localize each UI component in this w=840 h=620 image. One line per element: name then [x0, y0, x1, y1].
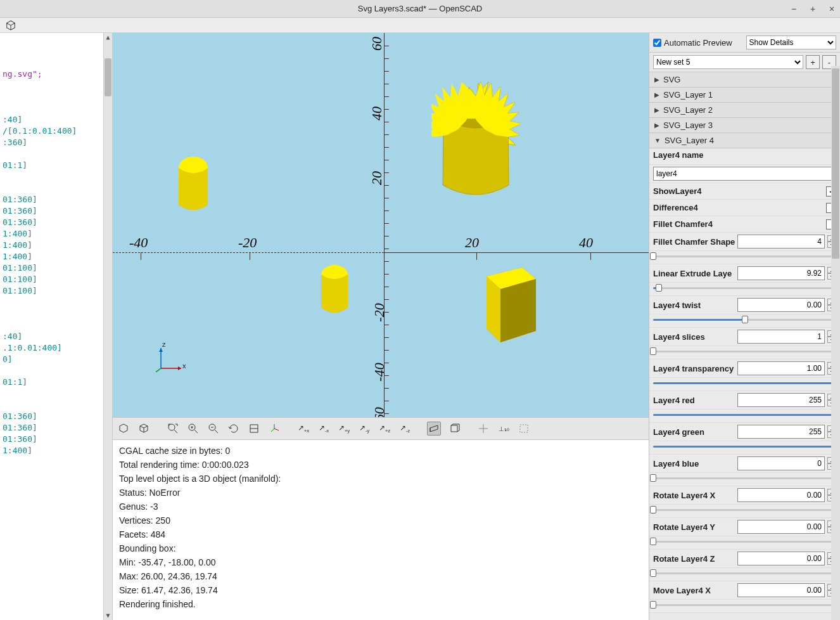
prop-slider[interactable] — [653, 411, 836, 418]
prop-slider[interactable] — [653, 347, 836, 355]
zoom-fit-icon[interactable] — [166, 422, 180, 436]
axis-tick-label: 40 — [579, 235, 593, 251]
code-scrollbar[interactable]: ▲ ▼ — [103, 33, 112, 620]
console-output[interactable]: CGAL cache size in bytes: 0Total renderi… — [113, 440, 649, 620]
prop-label: Rotate Layer4 X — [653, 491, 735, 500]
chevron-right-icon: ▶ — [654, 107, 659, 113]
prop-label: Layer4 blue — [653, 459, 735, 468]
prop-input[interactable] — [737, 298, 825, 312]
arrow-minus-x-icon[interactable]: ↗-x — [317, 422, 331, 436]
arrow-plus-y-icon[interactable]: ↗+y — [337, 422, 351, 436]
svg-line-10 — [194, 430, 198, 433]
prop-slider[interactable] — [653, 284, 836, 292]
prop-input[interactable] — [737, 456, 825, 470]
customizer-scroll-thumb[interactable] — [832, 68, 839, 259]
view-front-icon[interactable] — [247, 422, 261, 436]
prop-input[interactable] — [737, 266, 825, 280]
show-scale-icon[interactable]: ⊥₁₀ — [497, 422, 511, 436]
section-svg_layer-1[interactable]: ▶SVG_Layer 1 — [649, 87, 840, 103]
scroll-thumb[interactable] — [105, 58, 111, 96]
window-title: Svg Layers3.scad* — OpenSCAD — [358, 4, 483, 13]
prop-label: Rotate Layer4 Z — [653, 554, 735, 564]
auto-preview-checkbox[interactable] — [653, 39, 661, 47]
console-line: Status: NoError — [119, 486, 642, 500]
prop-input[interactable] — [737, 235, 825, 249]
prop-input[interactable] — [737, 361, 825, 375]
prop-slider[interactable] — [653, 379, 836, 387]
orthographic-icon[interactable] — [447, 422, 461, 436]
arrow-minus-z-icon[interactable]: ↗-z — [398, 422, 412, 436]
svg-line-8 — [174, 430, 177, 433]
prop-input[interactable] — [737, 393, 825, 407]
console-line: Size: 61.47, 42.36, 19.74 — [119, 583, 642, 597]
section-svg_layer-3[interactable]: ▶SVG_Layer 3 — [649, 118, 840, 133]
show-layer-checkbox-label: ShowLayer4 — [653, 186, 824, 196]
section-label: SVG_Layer 4 — [665, 136, 714, 145]
viewport-toolbar: ↗+x ↗-x ↗+y ↗-y ↗+z ↗-z ⊥₁₀ — [113, 417, 649, 440]
preset-add-button[interactable]: + — [806, 55, 820, 69]
console-line: Top level object is a 3D object (manifol… — [119, 472, 642, 486]
prop-slider[interactable] — [653, 474, 836, 482]
app-toolbar — [0, 18, 840, 33]
prop-slider[interactable] — [653, 538, 836, 545]
3d-viewport[interactable]: -40-202040 604020-20-40-60 — [113, 33, 649, 417]
prop-slider[interactable] — [653, 601, 836, 609]
prop-slider[interactable] — [653, 252, 836, 260]
prop-label: Layer4 transparency — [653, 364, 735, 373]
view-render-icon[interactable] — [137, 422, 151, 436]
view-preview-icon[interactable] — [117, 422, 130, 436]
chevron-right-icon: ▶ — [654, 122, 659, 129]
svg-point-7 — [169, 424, 175, 430]
show-edges-icon[interactable] — [517, 422, 531, 436]
prop-slider[interactable] — [653, 442, 836, 450]
zoom-in-icon[interactable] — [186, 422, 200, 436]
cube-wire-icon[interactable] — [4, 18, 18, 32]
show-crosshair-icon[interactable] — [476, 422, 490, 436]
prop-slider[interactable] — [653, 569, 836, 577]
show-axes-icon[interactable] — [267, 422, 281, 436]
perspective-icon[interactable] — [427, 422, 441, 436]
prop-slider[interactable] — [653, 316, 836, 323]
prop-label: Fillet Chamfer Shape — [653, 237, 735, 247]
prop-input[interactable] — [737, 425, 825, 439]
layer-name-input[interactable] — [653, 167, 836, 181]
maximize-button[interactable]: + — [807, 3, 818, 15]
arrow-plus-x-icon[interactable]: ↗+x — [296, 422, 310, 436]
svg-line-19 — [271, 429, 274, 432]
code-editor[interactable]: ng.svg"; :40]/[0.1:0.01:400]:360] 01:1] … — [0, 33, 113, 620]
box-shape — [487, 268, 536, 342]
axis-vertical — [384, 33, 385, 417]
section-svg_layer-4[interactable]: ▼SVG_Layer 4 — [649, 133, 840, 148]
prop-input[interactable] — [737, 330, 825, 344]
prop-label: Layer4 slices — [653, 332, 735, 342]
axis-tick-label: -40 — [129, 235, 148, 251]
prop-input[interactable] — [737, 520, 825, 534]
auto-preview-label: Automatic Preview — [664, 38, 732, 48]
prop-input[interactable] — [737, 488, 825, 502]
prop-slider[interactable] — [653, 506, 836, 513]
svg-rect-23 — [520, 425, 528, 432]
svg-line-18 — [274, 429, 279, 430]
arrow-plus-z-icon[interactable]: ↗+z — [378, 422, 391, 436]
section-svg_layer-2[interactable]: ▶SVG_Layer 2 — [649, 103, 840, 118]
minimize-button[interactable]: − — [788, 3, 799, 15]
arrow-minus-y-icon[interactable]: ↗-y — [357, 422, 371, 436]
show-details-dropdown[interactable]: Show Details — [746, 36, 837, 49]
chevron-right-icon: ▶ — [654, 76, 659, 83]
layer-name-label: Layer4 name — [653, 150, 836, 162]
section-svg[interactable]: ▶SVG — [649, 72, 840, 87]
axis-label-x: x — [182, 362, 186, 370]
axis-gizmo: x z — [156, 343, 186, 375]
scroll-up-icon[interactable]: ▲ — [104, 33, 112, 42]
preset-dropdown[interactable]: New set 5 — [653, 55, 803, 69]
close-button[interactable]: × — [826, 3, 837, 15]
reset-view-icon[interactable] — [227, 422, 241, 436]
zoom-out-icon[interactable] — [207, 422, 220, 436]
axis-tick-label: 40 — [369, 107, 385, 120]
prop-label: Layer4 green — [653, 427, 735, 437]
scroll-down-icon[interactable]: ▼ — [104, 611, 112, 620]
prop-label: Layer4 twist — [653, 300, 735, 310]
prop-input[interactable] — [737, 552, 825, 565]
prop-input[interactable] — [737, 583, 825, 597]
customizer-scrollbar[interactable] — [831, 66, 840, 620]
